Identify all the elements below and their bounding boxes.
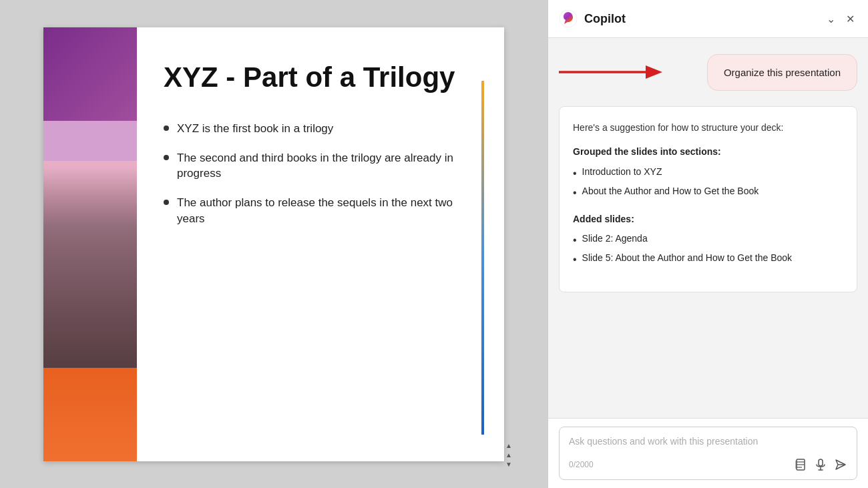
color-mid	[43, 161, 137, 368]
header-icons: ⌄ ✕	[824, 11, 857, 27]
added-title: Added slides:	[573, 212, 843, 226]
close-button[interactable]: ✕	[843, 11, 857, 27]
microphone-icon-button[interactable]	[814, 458, 827, 471]
copilot-body: Organize this presentation Here's a sugg…	[548, 38, 868, 418]
svg-rect-7	[795, 461, 797, 469]
slide-decorative-line	[481, 81, 484, 435]
scroll-down-arrow1[interactable]: ▲	[503, 451, 514, 459]
slide-bullets: XYZ is the first book in a trilogyThe se…	[164, 121, 477, 227]
copilot-input-area: Ask questions and work with this present…	[548, 418, 868, 488]
person-image	[43, 168, 137, 368]
microphone-icon	[814, 458, 827, 471]
added-item: Slide 2: Agenda	[573, 232, 843, 248]
scroll-arrows: ▲ ▲ ▼	[503, 441, 514, 468]
bullet-text: The author plans to release the sequels …	[177, 195, 477, 227]
notebook-icon	[794, 458, 807, 471]
slide-bullet: XYZ is the first book in a trilogy	[164, 121, 477, 137]
section-item: About the Author and How to Get the Book	[573, 184, 843, 201]
minimize-button[interactable]: ⌄	[824, 11, 838, 27]
sections-list: Introduction to XYZAbout the Author and …	[573, 165, 843, 201]
slide-content: XYZ - Part of a Trilogy XYZ is the first…	[137, 27, 504, 461]
input-box: Ask questions and work with this present…	[559, 427, 857, 480]
copilot-header: Copilot ⌄ ✕	[548, 0, 868, 38]
svg-marker-2	[646, 65, 662, 79]
organize-pill[interactable]: Organize this presentation	[707, 54, 857, 91]
send-icon-button[interactable]	[834, 458, 847, 471]
section-item: Introduction to XYZ	[573, 165, 843, 182]
slide-title: XYZ - Part of a Trilogy	[164, 61, 477, 94]
send-icon	[834, 458, 847, 471]
organize-row: Organize this presentation	[559, 49, 857, 95]
char-count: 0/2000	[569, 460, 594, 469]
bullet-dot-icon	[164, 155, 169, 160]
input-placeholder[interactable]: Ask questions and work with this present…	[569, 435, 847, 449]
scroll-up-arrow[interactable]: ▲	[503, 441, 514, 449]
bullet-dot-icon	[164, 126, 169, 131]
scroll-down-arrow2[interactable]: ▼	[503, 460, 514, 468]
slide-bullet: The author plans to release the sequels …	[164, 195, 477, 227]
color-top	[43, 27, 137, 161]
svg-rect-8	[819, 459, 823, 466]
suggestion-card: Here's a suggestion for how to structure…	[559, 106, 857, 292]
slide-color-bar	[43, 27, 137, 461]
bullet-dot-icon	[164, 200, 169, 205]
input-icons	[794, 458, 847, 471]
bullet-text: XYZ is the first book in a trilogy	[177, 121, 333, 137]
added-item: Slide 5: About the Author and How to Get…	[573, 251, 843, 268]
copilot-title: Copilot	[584, 12, 817, 26]
color-bottom	[43, 368, 137, 461]
copilot-panel: Copilot ⌄ ✕ Organize this presentation H…	[548, 0, 868, 488]
red-arrow-icon	[559, 60, 672, 84]
input-bottom-row: 0/2000	[569, 458, 847, 471]
added-list: Slide 2: AgendaSlide 5: About the Author…	[573, 232, 843, 268]
suggestion-intro: Here's a suggestion for how to structure…	[573, 120, 843, 135]
slide: XYZ - Part of a Trilogy XYZ is the first…	[43, 27, 504, 461]
sections-title: Grouped the slides into sections:	[573, 144, 843, 159]
slide-area: XYZ - Part of a Trilogy XYZ is the first…	[0, 0, 548, 488]
copilot-logo-icon	[559, 9, 578, 28]
bullet-text: The second and third books in the trilog…	[177, 150, 477, 182]
notebook-icon-button[interactable]	[794, 458, 807, 471]
slide-bullet: The second and third books in the trilog…	[164, 150, 477, 182]
